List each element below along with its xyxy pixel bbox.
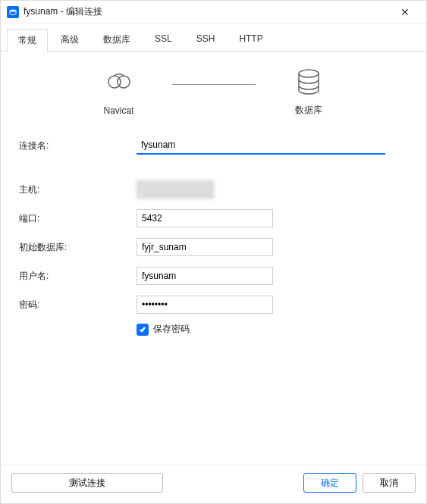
initial-db-label: 初始数据库: [19, 241, 137, 254]
app-icon [7, 6, 19, 18]
tab-ssl[interactable]: SSL [143, 28, 184, 51]
save-password-label: 保存密码 [153, 323, 190, 336]
cancel-button[interactable]: 取消 [363, 473, 416, 493]
diagram-right-label: 数据库 [295, 104, 322, 117]
diagram-connector [172, 84, 256, 85]
tab-ssh[interactable]: SSH [185, 28, 227, 51]
port-label: 端口: [19, 212, 137, 225]
svg-point-0 [10, 9, 16, 11]
tab-database[interactable]: 数据库 [92, 28, 142, 51]
svg-point-3 [299, 70, 319, 77]
connection-diagram: Navicat 数据库 [1, 52, 426, 123]
connection-name-label: 连接名: [19, 139, 137, 152]
close-button[interactable]: ✕ [390, 1, 420, 23]
ok-button[interactable]: 确定 [303, 473, 356, 493]
save-password-checkbox[interactable] [137, 324, 149, 336]
window-title: fysunam - 编辑连接 [24, 5, 390, 18]
initial-db-input[interactable] [137, 238, 273, 256]
footer: 测试连接 确定 取消 [1, 465, 426, 503]
username-label: 用户名: [19, 270, 137, 283]
navicat-icon [104, 67, 134, 101]
tab-http[interactable]: HTTP [228, 28, 274, 51]
password-label: 密码: [19, 299, 137, 311]
form: 连接名: 主机: 端口: 初始数据库: 用户名: 密码: 保存密码 [1, 123, 426, 465]
username-input[interactable] [137, 267, 273, 285]
tab-advanced[interactable]: 高级 [49, 28, 90, 51]
connection-name-input[interactable] [137, 136, 385, 155]
diagram-left-label: Navicat [103, 105, 133, 116]
titlebar: fysunam - 编辑连接 ✕ [1, 1, 426, 23]
host-label: 主机: [19, 183, 137, 196]
test-connection-button[interactable]: 测试连接 [11, 473, 163, 493]
port-input[interactable] [137, 209, 273, 227]
host-input[interactable] [137, 180, 214, 199]
svg-point-2 [118, 76, 130, 88]
tab-general[interactable]: 常规 [7, 29, 48, 52]
password-input[interactable] [137, 296, 273, 314]
database-icon [296, 65, 322, 99]
tabs: 常规 高级 数据库 SSL SSH HTTP [1, 23, 426, 52]
